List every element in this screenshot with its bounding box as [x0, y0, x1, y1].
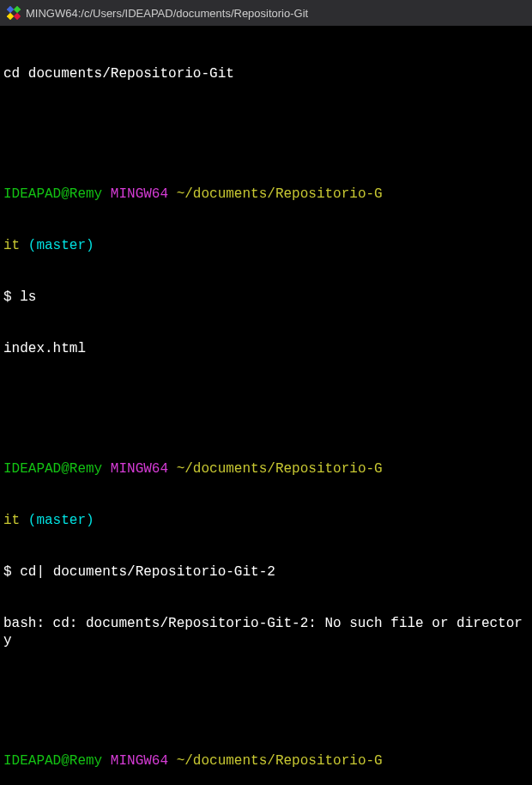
prompt-line-2: it (master): [3, 237, 529, 254]
blank-line: [3, 392, 529, 409]
window-titlebar: MINGW64:/c/Users/IDEAPAD/documents/Repos…: [0, 0, 532, 26]
svg-rect-0: [7, 6, 14, 13]
svg-rect-1: [14, 6, 21, 13]
prompt-line: IDEAPAD@Remy MINGW64 ~/documents/Reposit…: [3, 186, 529, 203]
prompt-line: IDEAPAD@Remy MINGW64 ~/documents/Reposit…: [3, 460, 529, 478]
command-line: $ ls: [3, 289, 529, 306]
command-line: cd documents/Repositorio-Git: [3, 65, 529, 82]
git-bash-icon: [7, 6, 21, 20]
terminal-output[interactable]: cd documents/Repositorio-Git IDEAPAD@Rem…: [0, 26, 532, 785]
command-line: $ cd| documents/Repositorio-Git-2: [3, 563, 529, 581]
text-cursor: |: [36, 564, 45, 580]
output-line: index.html: [3, 340, 529, 357]
svg-rect-3: [14, 13, 21, 20]
prompt-line: IDEAPAD@Remy MINGW64 ~/documents/Reposit…: [3, 752, 529, 770]
svg-rect-2: [7, 13, 14, 20]
prompt-line-2: it (master): [3, 512, 529, 529]
output-line: bash: cd: documents/Repositorio-Git-2: N…: [3, 615, 529, 649]
blank-line: [3, 117, 529, 134]
blank-line: [3, 684, 529, 701]
window-title: MINGW64:/c/Users/IDEAPAD/documents/Repos…: [26, 7, 308, 20]
